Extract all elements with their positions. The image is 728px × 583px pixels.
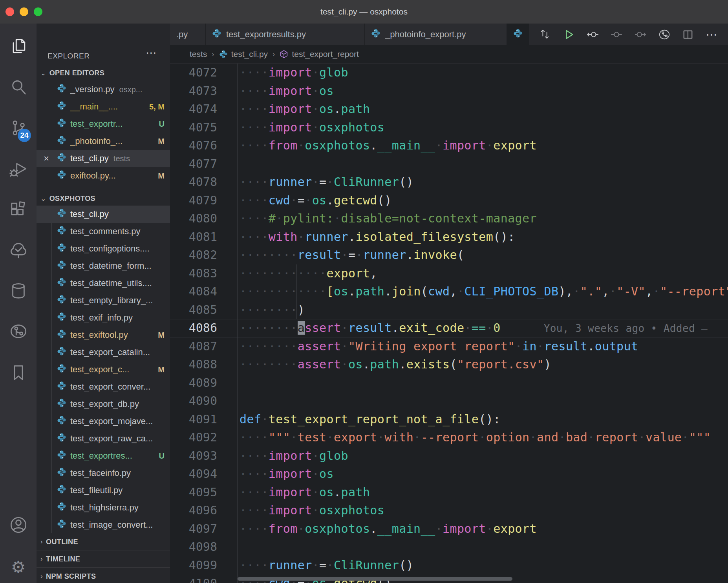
code-line[interactable]: 4093····import·glob [170,447,728,465]
code-line[interactable]: 4081····with·runner.isolated_filesystem(… [170,228,728,246]
code-line[interactable]: 4087········assert·"Writing export repor… [170,337,728,356]
compare-changes-icon[interactable] [537,27,553,42]
nav-back-icon[interactable] [585,27,600,42]
line-number[interactable]: 4091 [170,410,217,429]
tree-item[interactable]: test_export_mojave... [37,413,170,430]
git-graph-icon[interactable] [657,27,672,42]
line-number[interactable]: 4080 [170,210,217,228]
line-number[interactable]: 4087 [170,337,217,356]
tree-item[interactable]: test_export_db.py [37,395,170,413]
tree-item[interactable]: test_cli.py [37,206,170,223]
code-line[interactable]: 4085········) [170,301,728,319]
bookmarks-icon[interactable] [0,361,37,384]
code-line[interactable]: 4088········assert·os.path.exists("repor… [170,355,728,374]
project-section-header[interactable]: ⌄ OSXPHOTOS [37,191,170,206]
account-icon[interactable] [0,513,37,537]
tree-item[interactable]: test_datetime_form... [37,257,170,275]
breadcrumb-item[interactable]: test_cli.py [219,49,268,59]
tree-item[interactable]: test_highsierra.py [37,499,170,516]
line-number[interactable]: 4098 [170,538,217,556]
tree-item[interactable]: test_fileutil.py [37,482,170,499]
more-actions-icon[interactable]: ⋯ [704,27,720,42]
line-number[interactable]: 4090 [170,392,217,410]
tree-item[interactable]: test_empty_library_... [37,292,170,309]
line-number[interactable]: 4078 [170,173,217,191]
code-line[interactable]: 4092····"""·test·export·with·--report·op… [170,428,728,447]
tree-item[interactable]: test_export_c...M [37,361,170,378]
tree-item[interactable]: test_exif_info.py [37,309,170,326]
code-line[interactable]: 4099····runner·=·CliRunner() [170,556,728,575]
sidebar-section-outline[interactable]: ›OUTLINE [37,533,170,550]
breadcrumb-item[interactable]: test_export_report [280,49,359,59]
code-line[interactable]: 4089 [170,374,728,392]
code-line[interactable]: 4091def·test_export_report_not_a_file(): [170,410,728,429]
git-graph-icon[interactable] [0,320,37,344]
tree-item[interactable]: test_configoptions.... [37,240,170,257]
tree-item[interactable]: test_image_convert... [37,516,170,534]
code-line[interactable]: 4075····import·osxphotos [170,118,728,137]
code-line[interactable]: 4084············[os.path.join(cwd,·CLI_P… [170,282,728,301]
line-number[interactable]: 4082 [170,246,217,264]
line-number[interactable]: 4099 [170,556,217,575]
tree-item[interactable]: test_faceinfo.py [37,465,170,482]
breadcrumb-item[interactable]: tests [190,49,207,59]
tree-item[interactable]: test_datetime_utils.... [37,275,170,292]
tab-_photoinfo_export.py[interactable]: _photoinfo_export.py [365,24,507,45]
line-number[interactable]: 4092 [170,428,217,447]
line-number[interactable]: 4100 [170,574,217,583]
close-icon[interactable]: × [44,153,49,164]
line-number[interactable]: 4077 [170,155,217,173]
line-number[interactable]: 4086 [170,319,217,337]
line-number[interactable]: 4093 [170,447,217,465]
code-line[interactable]: 4077 [170,155,728,173]
code-line[interactable]: 4080····#·pylint:·disable=not-context-ma… [170,210,728,228]
code-line[interactable]: 4098 [170,538,728,556]
tab-active-partial[interactable] [507,24,529,45]
open-editor-item[interactable]: exiftool.py...M [37,167,170,184]
open-editor-item[interactable]: __main__....5, M [37,98,170,115]
code-line[interactable]: 4076····from·osxphotos.__main__·import·e… [170,137,728,155]
tab-.py[interactable]: .py [170,24,206,45]
line-number[interactable]: 4097 [170,520,217,538]
code-line[interactable]: 4082········result·=·runner.invoke( [170,246,728,264]
line-number[interactable]: 4089 [170,374,217,392]
tree-item[interactable]: test_exiftool.pyM [37,326,170,344]
line-number[interactable]: 4096 [170,501,217,520]
horizontal-scrollbar[interactable] [238,577,512,581]
open-editor-item[interactable]: _version.pyosxp... [37,81,170,98]
sidebar-section-timeline[interactable]: ›TIMELINE [37,550,170,568]
code-line[interactable]: 4078····runner·=·CliRunner() [170,173,728,191]
code-line[interactable]: 4097····from·osxphotos.__main__·import·e… [170,520,728,538]
explorer-icon[interactable] [0,35,37,58]
extensions-icon[interactable] [0,198,37,221]
tree-item[interactable]: test_comments.py [37,223,170,240]
code-editor[interactable]: 4072····import·glob4073····import·os4074… [170,64,728,583]
code-line[interactable]: 4086········assert·result.exit_code·==·0… [170,319,728,337]
line-number[interactable]: 4074 [170,100,217,118]
settings-icon[interactable]: ⚙ [0,556,37,579]
tree-item[interactable]: test_export_conver... [37,378,170,395]
split-editor-icon[interactable] [680,27,696,42]
line-number[interactable]: 4081 [170,228,217,246]
line-number[interactable]: 4079 [170,191,217,210]
code-line[interactable]: 4096····import·osxphotos [170,501,728,520]
tree-item[interactable]: test_export_raw_ca... [37,430,170,447]
sidebar-section-npm-scripts[interactable]: ›NPM SCRIPTS [37,567,170,583]
open-editor-item[interactable]: test_exportr...U [37,115,170,133]
tree-item[interactable]: test_export_catalin... [37,344,170,361]
line-number[interactable]: 4095 [170,483,217,502]
code-line[interactable]: 4074····import·os.path [170,100,728,118]
line-number[interactable]: 4083 [170,264,217,283]
line-number[interactable]: 4072 [170,64,217,82]
tab-test_exportresults.py[interactable]: test_exportresults.py [206,24,365,45]
line-number[interactable]: 4084 [170,282,217,301]
source-control-icon[interactable]: 24 [0,116,37,140]
code-line[interactable]: 4094····import·os [170,465,728,483]
nav-forward-icon[interactable] [633,27,648,42]
open-editor-item[interactable]: _photoinfo_...M [37,133,170,150]
tree-item[interactable]: test_exportres...U [37,447,170,465]
code-line[interactable]: 4073····import·os [170,82,728,100]
line-number[interactable]: 4075 [170,118,217,137]
nav-location-icon[interactable] [609,27,624,42]
open-editors-section-header[interactable]: ⌄ OPEN EDITORS [37,66,170,80]
